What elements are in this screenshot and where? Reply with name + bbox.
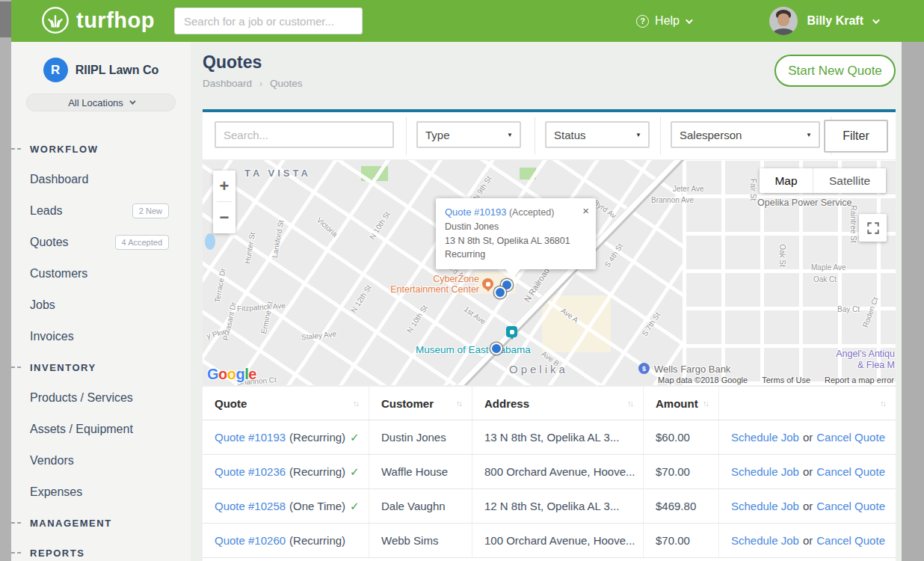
nav-section-management[interactable]: MANAGEMENT	[11, 508, 191, 538]
map-label: Fair St	[749, 179, 757, 200]
cancel-quote-link[interactable]: Cancel Quote	[816, 431, 885, 444]
quotes-search-input[interactable]	[215, 121, 394, 148]
cancel-quote-link[interactable]: Cancel Quote	[816, 500, 885, 512]
map-label: Oak Ct	[813, 275, 837, 283]
avatar	[769, 7, 798, 35]
actions-cell: Schedule JoborCancel Quote	[719, 524, 896, 557]
user-menu[interactable]: Billy Kraft	[769, 0, 878, 42]
start-new-quote-button[interactable]: Start New Quote	[774, 55, 896, 87]
sidebar-item-assets-equipment[interactable]: Assets / Equipment	[11, 414, 191, 445]
left-scrollbar[interactable]	[0, 0, 11, 561]
schedule-job-link[interactable]: Schedule Job	[731, 465, 799, 478]
quote-link[interactable]: Quote #10260	[215, 534, 286, 547]
google-logo[interactable]: Google	[207, 366, 256, 383]
column-header-customer[interactable]: Customer↑↓	[369, 387, 472, 420]
section-dashes-icon	[11, 552, 21, 554]
cancel-quote-link[interactable]: Cancel Quote	[816, 465, 885, 478]
locations-dropdown[interactable]: All Locations	[26, 94, 176, 111]
map-attribution: Map data ©2018 Google Terms of Use Repor…	[646, 375, 894, 384]
quote-link[interactable]: Quote #10236	[215, 465, 286, 478]
section-dashes-icon	[11, 522, 21, 524]
nav-section-inventory: INVENTORY	[11, 352, 191, 382]
bank-pin-icon[interactable]: $	[638, 363, 650, 374]
quote-marker[interactable]	[490, 343, 502, 355]
quotes-map[interactable]: TA VISTA Jeter Ave Brannon Ave Maple Ave…	[203, 160, 896, 385]
address-cell: 800 Orchard Avenue, Hoove...	[472, 455, 644, 488]
quote-cell: Quote #10236(Recurring)✓	[203, 455, 369, 488]
map-label: Maple Ave	[811, 263, 846, 272]
satellite-view-button[interactable]: Satellite	[813, 168, 886, 193]
map-label: Jeter Ave	[673, 185, 704, 193]
zoom-in-button[interactable]: +	[213, 171, 235, 201]
nav-section-workflow: WORKFLOW	[11, 134, 191, 164]
sidebar-item-invoices[interactable]: Invoices	[11, 321, 191, 352]
close-icon[interactable]: ×	[582, 203, 589, 220]
sidebar-item-leads[interactable]: Leads2 New	[11, 195, 191, 227]
column-header-actions[interactable]: ↑↓	[719, 387, 896, 420]
column-header-amount[interactable]: Amount↑↓	[644, 387, 719, 420]
map-zoom-control: + −	[213, 171, 235, 233]
help-icon: ?	[636, 15, 649, 28]
filter-panel: Type▼ Status▼ Salesperson▼ Filter	[203, 109, 896, 159]
map-type-control: Map Satellite	[760, 168, 886, 193]
poi-museum[interactable]: Museum of East Alabama	[416, 344, 531, 355]
schedule-job-link[interactable]: Schedule Job	[731, 431, 799, 444]
chevron-down-icon	[872, 16, 880, 24]
customer-cell: Dustin Jones	[369, 420, 472, 454]
column-header-quote[interactable]: Quote↑↓	[203, 387, 369, 420]
filter-button[interactable]: Filter	[824, 120, 888, 153]
left-scrollbar-thumb[interactable]	[0, 1, 11, 37]
breadcrumb-dashboard[interactable]: Dashboard	[203, 78, 252, 89]
column-header-address[interactable]: Address↑↓	[472, 387, 644, 420]
quote-link[interactable]: Quote #10193	[215, 431, 286, 444]
sort-icon: ↑↓	[703, 399, 708, 408]
salesperson-select[interactable]: Salesperson▼	[671, 121, 820, 148]
sidebar-item-vendors[interactable]: Vendors	[11, 445, 191, 476]
map-view-button[interactable]: Map	[760, 168, 813, 193]
schedule-job-link[interactable]: Schedule Job	[731, 500, 799, 512]
schedule-job-link[interactable]: Schedule Job	[731, 534, 799, 547]
fullscreen-button[interactable]	[859, 214, 887, 242]
app-window: turfhop ? Help Billy Kraft R RIIPL Lawn …	[0, 0, 924, 561]
sidebar-item-expenses[interactable]: Expenses	[11, 476, 191, 508]
poi-angels-antiques[interactable]: Angel's Antiqu& Flea M	[836, 349, 895, 371]
grass-logo-icon	[41, 6, 70, 34]
nav-section-reports[interactable]: REPORTS	[11, 538, 191, 561]
sidebar-item-products-services[interactable]: Products / Services	[11, 382, 191, 414]
brand-logo[interactable]: turfhop	[41, 6, 155, 34]
poi-power-service[interactable]: Opelika Power Service	[757, 197, 851, 208]
poi-wells-fargo[interactable]: Wells Fargo Bank	[654, 364, 730, 375]
customer-cell: Dale Vaughn	[369, 489, 472, 523]
breadcrumb-separator: ›	[259, 79, 262, 89]
global-search-input[interactable]	[174, 7, 363, 34]
map-data-credit: Map data ©2018 Google	[658, 375, 748, 384]
help-label: Help	[655, 14, 680, 28]
status-select[interactable]: Status▼	[545, 121, 650, 148]
sidebar-item-jobs[interactable]: Jobs	[11, 289, 191, 321]
table-row: Quote #10236(Recurring)✓ Waffle House 80…	[203, 455, 896, 489]
quote-cell: Quote #10258(One Time)✓	[203, 489, 369, 523]
company-logo: R	[43, 58, 68, 82]
poi-cyberzone[interactable]: CyberZoneEntertainment Center	[369, 275, 479, 295]
cancel-quote-link[interactable]: Cancel Quote	[816, 534, 885, 547]
breadcrumb-quotes: Quotes	[270, 78, 303, 89]
quote-cell: Quote #10260(Recurring)	[203, 524, 369, 557]
sidebar-item-dashboard[interactable]: Dashboard	[11, 164, 191, 195]
quote-marker[interactable]	[494, 286, 506, 298]
sidebar-item-quotes[interactable]: Quotes4 Accepted	[11, 227, 191, 258]
leads-badge: 2 New	[132, 203, 169, 218]
popup-quote-link[interactable]: Quote #10193	[445, 206, 506, 218]
restaurant-pin-icon[interactable]	[482, 278, 493, 289]
amount-cell: $60.00	[644, 420, 719, 454]
report-map-error-link[interactable]: Report a map error	[825, 375, 894, 384]
terms-of-use-link[interactable]: Terms of Use	[762, 375, 810, 384]
museum-pin-icon[interactable]	[506, 326, 517, 337]
sidebar-item-customers[interactable]: Customers	[11, 258, 191, 289]
right-scrollbar[interactable]	[902, 42, 924, 561]
amount-cell: $469.80	[644, 489, 719, 523]
type-select[interactable]: Type▼	[416, 121, 521, 148]
help-menu[interactable]: ? Help	[636, 0, 691, 42]
accepted-check-icon: ✓	[350, 465, 360, 479]
zoom-out-button[interactable]: −	[213, 202, 235, 233]
quote-link[interactable]: Quote #10258	[215, 500, 286, 512]
